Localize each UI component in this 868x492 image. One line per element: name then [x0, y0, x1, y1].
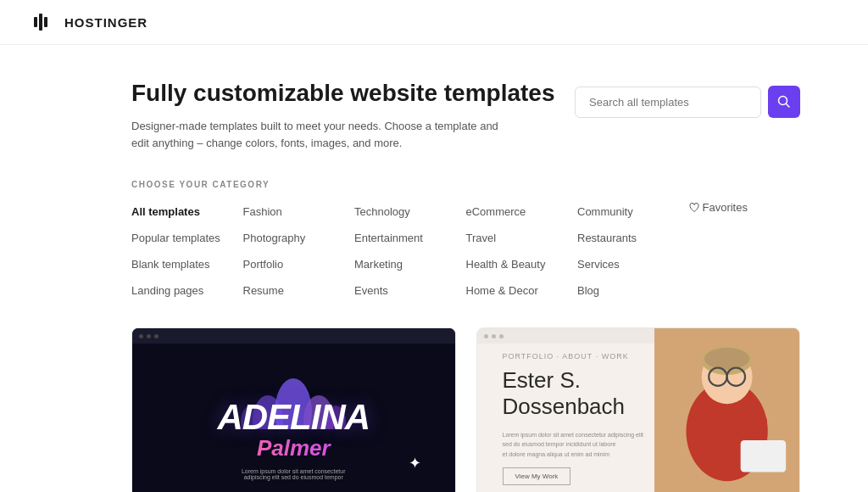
category-community[interactable]: Community — [577, 201, 689, 224]
search-icon — [777, 95, 791, 109]
category-blog[interactable]: Blog — [577, 280, 689, 303]
browser-dot-d2 — [492, 334, 496, 338]
browser-dot-d3 — [499, 334, 504, 338]
svg-point-14 — [704, 348, 750, 370]
categories-section: CHOOSE YOUR CATEGORY All templates Popul… — [131, 180, 800, 302]
heart-icon — [689, 203, 699, 213]
svg-rect-0 — [34, 17, 37, 27]
template-card-dossenbach[interactable]: Portfolio · About · Work Ester S.Dossenb… — [476, 327, 801, 492]
category-blank-templates[interactable]: Blank templates — [131, 254, 243, 277]
main-content: Fully customizable website templates Des… — [0, 45, 868, 492]
category-portfolio[interactable]: Portfolio — [243, 254, 355, 277]
template-preview-dossenbach: Portfolio · About · Work Ester S.Dossenb… — [477, 328, 800, 492]
category-column-5: Community Restaurants Services Blog — [577, 201, 689, 302]
category-fashion[interactable]: Fashion — [243, 201, 355, 224]
adelina-preview-bg: ADELINA Palmer Lorem ipsum dolor sit ame… — [132, 328, 455, 492]
browser-dot-2 — [147, 334, 151, 338]
svg-rect-2 — [44, 17, 47, 27]
category-column-4: eCommerce Travel Health & Beauty Home & … — [466, 201, 578, 302]
category-events[interactable]: Events — [354, 280, 466, 303]
browser-dot-3 — [154, 334, 159, 338]
categories-columns: All templates Popular templates Blank te… — [131, 201, 800, 302]
adelina-title-text: ADELINA — [217, 400, 370, 435]
dossenbach-preview-bg: Portfolio · About · Work Ester S.Dossenb… — [477, 328, 800, 492]
search-container — [575, 86, 800, 118]
category-travel[interactable]: Travel — [466, 227, 578, 250]
page-title: Fully customizable website templates — [131, 79, 554, 108]
search-input[interactable] — [575, 87, 761, 118]
category-column-3: Technology Entertainment Marketing Event… — [354, 201, 466, 302]
adelina-subtitle-text: Palmer — [217, 435, 370, 461]
category-ecommerce[interactable]: eCommerce — [466, 201, 578, 224]
template-card-adelina[interactable]: ADELINA Palmer Lorem ipsum dolor sit ame… — [131, 327, 456, 492]
adelina-browser-bar — [132, 328, 455, 344]
dossenbach-photo — [654, 328, 799, 492]
adelina-content: ADELINA Palmer Lorem ipsum dolor sit ame… — [217, 328, 370, 492]
hostinger-logo-icon — [34, 14, 58, 31]
category-restaurants[interactable]: Restaurants — [577, 227, 689, 250]
svg-rect-19 — [740, 440, 786, 472]
category-column-2: Fashion Photography Portfolio Resume — [243, 201, 355, 302]
dossenbach-name-text: Ester S.Dossenbach — [503, 367, 644, 420]
svg-line-4 — [787, 104, 790, 108]
categories-label: CHOOSE YOUR CATEGORY — [131, 180, 800, 189]
hero-section: Fully customizable website templates Des… — [131, 79, 800, 153]
browser-dot-1 — [139, 334, 143, 338]
category-entertainment[interactable]: Entertainment — [354, 227, 466, 250]
category-home-decor[interactable]: Home & Decor — [466, 280, 578, 303]
dossenbach-cta-button[interactable]: View My Work — [503, 467, 571, 485]
category-health-beauty[interactable]: Health & Beauty — [466, 254, 578, 277]
person-illustration — [654, 328, 799, 492]
category-services[interactable]: Services — [577, 254, 689, 277]
dossenbach-text-content: Portfolio · About · Work Ester S.Dossenb… — [503, 342, 644, 485]
hero-description: Designer-made templates built to meet yo… — [131, 118, 504, 154]
star-icon: ✦ — [409, 454, 421, 472]
category-favorites[interactable]: Favorites — [689, 201, 801, 214]
category-all-templates[interactable]: All templates — [131, 201, 243, 224]
category-column-6: Favorites — [689, 201, 801, 302]
template-preview-adelina: ADELINA Palmer Lorem ipsum dolor sit ame… — [132, 328, 455, 492]
header: HOSTINGER — [0, 0, 868, 45]
search-button[interactable] — [768, 86, 800, 118]
svg-rect-1 — [39, 14, 42, 31]
logo[interactable]: HOSTINGER — [34, 14, 147, 31]
dossenbach-description: Lorem ipsum dolor sit amet consectetur a… — [503, 430, 644, 459]
adelina-body-text: Lorem ipsum dolor sit amet consecteturad… — [242, 468, 346, 480]
category-technology[interactable]: Technology — [354, 201, 466, 224]
category-photography[interactable]: Photography — [243, 227, 355, 250]
category-landing-pages[interactable]: Landing pages — [131, 280, 243, 303]
logo-text: HOSTINGER — [64, 15, 147, 30]
category-column-1: All templates Popular templates Blank te… — [131, 201, 243, 302]
category-popular-templates[interactable]: Popular templates — [131, 227, 243, 250]
templates-grid: ADELINA Palmer Lorem ipsum dolor sit ame… — [131, 327, 800, 492]
category-resume[interactable]: Resume — [243, 280, 355, 303]
browser-dot-d1 — [484, 334, 488, 338]
hero-text: Fully customizable website templates Des… — [131, 79, 554, 153]
category-marketing[interactable]: Marketing — [354, 254, 466, 277]
dossenbach-nav-label: Portfolio · About · Work — [503, 352, 644, 361]
